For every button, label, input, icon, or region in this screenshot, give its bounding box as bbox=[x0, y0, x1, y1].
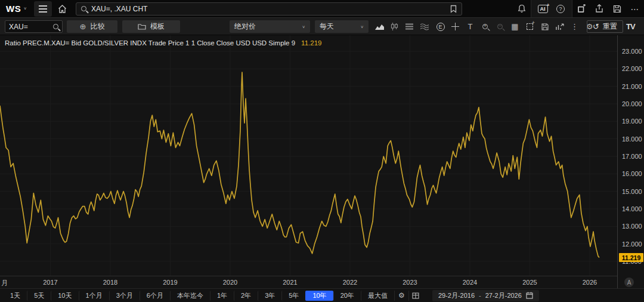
time-axis[interactable]: 月 20172018201920202021202220232024202520… bbox=[0, 276, 617, 288]
reset-button[interactable]: ↺ 重置 bbox=[587, 20, 623, 33]
notifications-button[interactable] bbox=[513, 1, 531, 17]
price-tick-label: 12.000 bbox=[622, 241, 642, 248]
range-button-1个月[interactable]: 1个月 bbox=[79, 291, 109, 301]
price-mode-dropdown[interactable]: 绝对价 ∨ bbox=[230, 20, 310, 33]
crosshair-tool-button[interactable] bbox=[448, 20, 463, 33]
range-button-3个月[interactable]: 3个月 bbox=[109, 291, 140, 301]
share-button[interactable] bbox=[590, 1, 608, 17]
menu-button[interactable] bbox=[34, 1, 52, 17]
reset-label: 重置 bbox=[603, 21, 617, 32]
app-logo[interactable]: WS ∨ bbox=[0, 0, 33, 17]
snapshot-button[interactable] bbox=[522, 20, 537, 33]
plus-circle-icon: ⊕ bbox=[80, 22, 86, 31]
candlestick-style-button[interactable] bbox=[387, 20, 402, 33]
range-button-1年[interactable]: 1年 bbox=[210, 291, 234, 301]
range-button-1天[interactable]: 1天 bbox=[4, 291, 27, 301]
chart-area[interactable]: Ratio PREC.M.XAU= Bid GOLD/SILVER INDX T… bbox=[0, 35, 617, 276]
range-button-10年[interactable]: 10年 bbox=[305, 291, 333, 301]
zoom-out-button[interactable]: − bbox=[493, 20, 507, 33]
bars-style-button[interactable] bbox=[402, 20, 417, 33]
area-chart-style-button[interactable] bbox=[372, 20, 387, 33]
date-separator: - bbox=[479, 292, 481, 299]
price-tick-label: 15.000 bbox=[622, 188, 642, 195]
interval-value: 每天 bbox=[320, 21, 334, 32]
range-button-20年[interactable]: 20年 bbox=[333, 291, 361, 301]
range-toolbar: 1天5天10天1个月3个月6个月本年迄今1年2年3年5年10年20年最大值 ⚙ … bbox=[0, 288, 644, 302]
time-tick-label: 2025 bbox=[522, 279, 537, 286]
export-chart-button[interactable] bbox=[552, 20, 567, 33]
range-button-10天[interactable]: 10天 bbox=[51, 291, 78, 301]
add-window-icon bbox=[577, 4, 586, 13]
save-icon bbox=[613, 5, 621, 13]
range-button-5天[interactable]: 5天 bbox=[27, 291, 51, 301]
waves-style-button[interactable] bbox=[417, 20, 432, 33]
more-tools-button[interactable]: ⋮ bbox=[567, 20, 582, 33]
tradingview-logo[interactable]: TV bbox=[626, 22, 635, 31]
interval-dropdown[interactable]: 每天 ∨ bbox=[315, 20, 369, 33]
last-price-badge: 11.219 bbox=[619, 253, 643, 262]
range-grid-button[interactable] bbox=[408, 291, 423, 301]
events-button[interactable]: E bbox=[433, 20, 448, 33]
price-tick-label: 16.000 bbox=[622, 170, 642, 177]
range-button-2年[interactable]: 2年 bbox=[234, 291, 258, 301]
help-button[interactable]: ? bbox=[552, 1, 569, 17]
time-tick-label: 2022 bbox=[343, 279, 357, 286]
zoom-in-button[interactable]: + bbox=[478, 20, 493, 33]
compare-label: 比较 bbox=[90, 21, 104, 32]
axis-settings-button[interactable]: A bbox=[624, 278, 634, 287]
range-button-5年[interactable]: 5年 bbox=[281, 291, 305, 301]
symbol-input[interactable]: XAU= bbox=[5, 20, 63, 33]
save-button[interactable] bbox=[608, 1, 626, 17]
global-search[interactable]: XAU=, .XAU CHT bbox=[76, 2, 462, 16]
bookmark-icon[interactable] bbox=[450, 5, 457, 13]
time-tick-label: 2018 bbox=[103, 279, 117, 286]
range-button-最大值[interactable]: 最大值 bbox=[361, 291, 394, 301]
chart-export-icon bbox=[556, 23, 564, 30]
template-label: 模板 bbox=[150, 21, 165, 32]
search-input-value[interactable]: XAU=, .XAU CHT bbox=[91, 5, 445, 13]
template-button[interactable]: 模板 bbox=[122, 20, 180, 33]
range-button-6个月[interactable]: 6个月 bbox=[140, 291, 170, 301]
time-tick-label: 2023 bbox=[402, 279, 417, 286]
time-tick-label: 2020 bbox=[223, 279, 237, 286]
search-icon bbox=[81, 6, 86, 11]
ellipsis-icon: ⋯ bbox=[631, 4, 640, 14]
chevron-down-icon: ∨ bbox=[360, 24, 364, 29]
price-plot[interactable] bbox=[0, 35, 617, 276]
home-icon bbox=[58, 5, 67, 13]
chart-legend[interactable]: Ratio PREC.M.XAU= Bid GOLD/SILVER INDX T… bbox=[5, 39, 321, 47]
time-tick-label: 2019 bbox=[163, 279, 177, 286]
zoom-in-icon: + bbox=[482, 24, 488, 29]
floppy-icon bbox=[541, 23, 549, 30]
share-icon bbox=[595, 4, 603, 13]
hamburger-icon bbox=[39, 8, 47, 10]
date-to: 27-2月-2026 bbox=[485, 291, 522, 300]
waves-icon bbox=[420, 23, 429, 30]
price-axis[interactable]: 23.00022.00021.00020.00019.00018.00017.0… bbox=[617, 35, 644, 288]
new-layout-button[interactable] bbox=[572, 1, 590, 17]
legend-last-value: 11.219 bbox=[301, 39, 321, 47]
range-button-3年[interactable]: 3年 bbox=[258, 291, 281, 301]
kebab-icon: ⋮ bbox=[571, 22, 578, 31]
range-button-本年迄今[interactable]: 本年迄今 bbox=[170, 291, 210, 301]
text-tool-icon: T bbox=[468, 22, 473, 31]
compare-button[interactable]: ⊕ 比较 bbox=[67, 20, 117, 33]
ai-assistant-button[interactable]: AI+ bbox=[534, 1, 552, 17]
crosshair-icon bbox=[451, 23, 459, 30]
home-button[interactable] bbox=[53, 1, 71, 17]
bars-icon bbox=[405, 23, 413, 30]
legend-text: Ratio PREC.M.XAU= Bid GOLD/SILVER INDX T… bbox=[5, 39, 295, 47]
grid-layout-button[interactable]: ▦ bbox=[507, 20, 522, 33]
time-tick-label: 2024 bbox=[463, 279, 477, 286]
symbol-input-value: XAU= bbox=[9, 23, 49, 31]
question-icon: ? bbox=[556, 5, 565, 13]
date-range-picker[interactable]: 29-2月-2016 - 27-2月-2026 bbox=[432, 290, 539, 301]
range-settings-button[interactable]: ⚙ bbox=[394, 291, 408, 301]
search-icon bbox=[53, 24, 58, 29]
more-button[interactable]: ⋯ bbox=[626, 1, 644, 17]
grid-icon: ▦ bbox=[511, 22, 518, 31]
range-button-group: 1天5天10天1个月3个月6个月本年迄今1年2年3年5年10年20年最大值 bbox=[4, 291, 394, 301]
app-logo-text: WS bbox=[6, 4, 21, 14]
text-tool-button[interactable]: T bbox=[463, 20, 478, 33]
save-chart-button[interactable] bbox=[537, 20, 552, 33]
